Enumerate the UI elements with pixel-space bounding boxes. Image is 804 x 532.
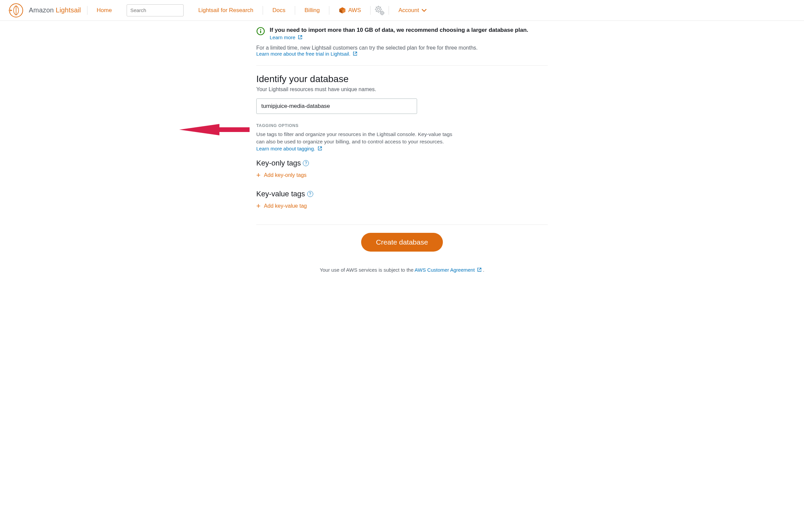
svg-marker-11 [179, 124, 250, 135]
external-link-icon [353, 52, 357, 56]
promo-learn-more-link[interactable]: Learn more about the free trial in Light… [256, 51, 357, 57]
footer-legal: Your use of AWS services is subject to t… [256, 267, 548, 273]
svg-point-10 [381, 11, 384, 14]
database-name-input[interactable] [256, 98, 417, 114]
brand-prefix: Amazon [29, 6, 56, 14]
add-key-only-tags-button[interactable]: + Add key-only tags [256, 172, 548, 179]
tagging-header: TAGGING OPTIONS [256, 123, 548, 128]
tagging-learn-more-link[interactable]: Learn more about tagging. [256, 146, 322, 151]
svg-point-13 [260, 29, 261, 30]
nav-aws-label: AWS [348, 7, 361, 14]
nav-home[interactable]: Home [91, 7, 118, 14]
external-link-icon [477, 268, 481, 272]
external-link-icon [318, 146, 322, 150]
info-callout: If you need to import more than 10 GB of… [256, 26, 548, 40]
chevron-down-icon [422, 8, 426, 13]
section-divider [256, 65, 548, 66]
key-only-tags-heading: Key-only tags ? [256, 159, 548, 168]
key-value-tags-heading: Key-value tags ? [256, 190, 548, 198]
nav-billing[interactable]: Billing [299, 7, 326, 14]
footer-agreement-label: AWS Customer Agreement [415, 267, 475, 273]
tagging-link-label: Learn more about tagging. [256, 146, 315, 151]
nav-aws[interactable]: AWS [333, 7, 367, 14]
customer-agreement-link[interactable]: AWS Customer Agreement [415, 267, 483, 273]
svg-point-8 [376, 6, 381, 12]
key-only-tags-label: Key-only tags [256, 159, 301, 168]
settings-gear-icon[interactable] [374, 5, 385, 16]
create-database-button[interactable]: Create database [361, 233, 442, 252]
footer-prefix: Your use of AWS services is subject to t… [320, 267, 415, 273]
search-input[interactable] [130, 7, 194, 13]
add-key-value-tag-button[interactable]: + Add key-value tag [256, 202, 548, 210]
info-icon [256, 27, 265, 36]
annotation-arrow-icon [179, 119, 250, 140]
external-link-icon [298, 35, 302, 39]
promo-text: For a limited time, new Lightsail custom… [256, 45, 548, 51]
top-nav: Amazon Lightsail Home Lightsail for Rese… [0, 0, 804, 21]
plus-icon: + [256, 172, 261, 179]
key-value-tags-label: Key-value tags [256, 190, 305, 198]
info-learn-more-label: Learn more [270, 35, 295, 40]
identify-title: Identify your database [256, 74, 548, 84]
page-content: If you need to import more than 10 GB of… [256, 21, 548, 293]
nav-divider [329, 6, 329, 15]
aws-cube-icon [339, 7, 346, 14]
svg-rect-14 [260, 31, 261, 33]
nav-account[interactable]: Account [392, 7, 430, 14]
nav-divider [87, 6, 88, 15]
add-key-only-label: Add key-only tags [264, 172, 307, 178]
add-key-value-label: Add key-value tag [264, 203, 307, 209]
action-bar: Create database [256, 233, 548, 252]
nav-divider [370, 6, 370, 15]
svg-point-7 [378, 8, 380, 11]
info-title: If you need to import more than 10 GB of… [270, 26, 528, 35]
nav-account-label: Account [398, 7, 419, 14]
svg-marker-1 [11, 10, 12, 12]
section-divider [256, 225, 548, 225]
help-icon[interactable]: ? [307, 191, 313, 197]
footer-suffix: . [483, 267, 484, 273]
nav-divider [295, 6, 295, 15]
svg-point-9 [382, 12, 383, 14]
identify-subtitle: Your Lightsail resources must have uniqu… [256, 87, 548, 93]
tagging-description: Use tags to filter and organize your res… [256, 131, 457, 146]
search-box[interactable] [127, 4, 184, 16]
nav-research[interactable]: Lightsail for Research [192, 7, 259, 14]
promo-link-label: Learn more about the free trial in Light… [256, 51, 350, 57]
brand-text: Amazon Lightsail [29, 6, 81, 14]
brand-accent: Lightsail [56, 6, 81, 14]
nav-divider [263, 6, 263, 15]
lightsail-icon [8, 2, 24, 18]
nav-docs[interactable]: Docs [266, 7, 291, 14]
info-learn-more-link[interactable]: Learn more [270, 35, 302, 40]
help-icon[interactable]: ? [303, 160, 309, 166]
plus-icon: + [256, 202, 261, 210]
brand-logo[interactable]: Amazon Lightsail [8, 2, 81, 18]
